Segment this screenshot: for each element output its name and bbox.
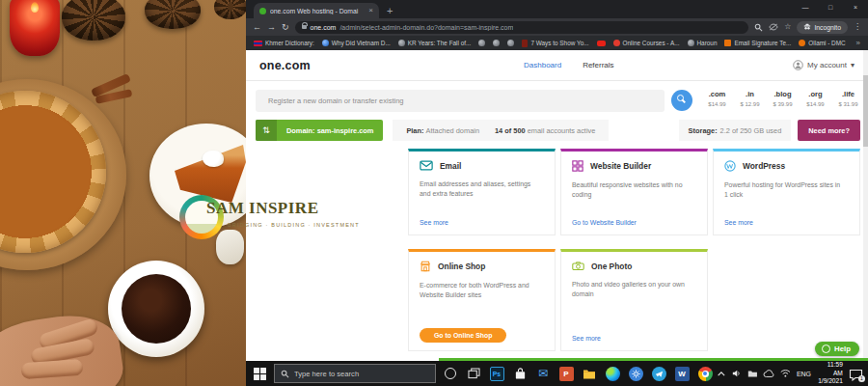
chrome-app[interactable] (693, 361, 717, 386)
tab-close-icon[interactable]: × (368, 7, 373, 14)
wordpress-icon (724, 160, 736, 172)
taskbar-search-input[interactable] (294, 370, 420, 378)
menu-kebab-icon[interactable]: ⋮ (854, 23, 861, 31)
my-account-menu[interactable]: My account ▾ (793, 60, 854, 70)
settings-app[interactable] (624, 361, 647, 386)
card-online-shop[interactable]: Online Shop E-commerce for both WordPres… (408, 249, 556, 351)
taskbar-clock[interactable]: 11:59 AM 1/9/2021 (817, 361, 843, 386)
edge-app[interactable] (601, 361, 624, 386)
reload-button[interactable]: ↻ (282, 23, 289, 32)
onecom-logo[interactable]: one.com (259, 59, 311, 72)
bookmark-item[interactable]: Why Did Vietnam D... (322, 40, 391, 46)
card-website-builder[interactable]: Website Builder Beautiful responsive web… (560, 149, 708, 235)
see-more-link[interactable]: See more (724, 219, 753, 226)
network-wifi-icon[interactable] (780, 369, 791, 378)
need-more-button[interactable]: Need more? (798, 120, 860, 141)
bookmarks-overflow-icon[interactable]: » (856, 39, 860, 47)
search-icon[interactable] (754, 23, 763, 32)
bookmark-item[interactable]: Haroun (688, 40, 718, 46)
card-description: Photo and video galleries on your own do… (572, 280, 696, 298)
system-tray: ENG 11:59 AM 1/9/2021 1 (717, 361, 868, 386)
help-button[interactable]: Help (815, 342, 859, 356)
task-view-button[interactable] (462, 361, 485, 386)
mail-app[interactable]: ✉ (531, 361, 555, 386)
empty-card-slot (713, 249, 860, 351)
tld-item[interactable]: .org$14.99 (803, 90, 827, 108)
bookmark-item[interactable] (493, 40, 500, 46)
bookmark-item[interactable]: Online Courses - A... (613, 40, 680, 46)
back-button[interactable]: ← (253, 23, 261, 32)
tld-item[interactable]: .life$ 31.99 (836, 90, 860, 108)
orange-square-icon (724, 40, 731, 46)
green-accent-line (439, 358, 868, 361)
address-bar[interactable]: one.com /admin/select-admin-domain.do?do… (295, 21, 749, 34)
powerpoint-app[interactable]: P (555, 361, 578, 386)
bookmark-item[interactable]: Email Signature Te... (724, 40, 791, 46)
incognito-badge: Incognito (797, 21, 848, 34)
start-button[interactable] (248, 361, 271, 386)
tab-title: one.com Web hosting - Domai (270, 8, 365, 14)
tld-item[interactable]: .blog$ 39.99 (771, 90, 795, 108)
domain-search-button[interactable] (671, 90, 692, 111)
orange-circle-icon (799, 40, 805, 46)
bookmark-item[interactable]: Khmer Dictionary: (254, 40, 314, 46)
telegram-app[interactable] (647, 361, 670, 386)
globe-icon (493, 40, 500, 46)
card-description: E-commerce for both WordPress and Websit… (420, 281, 544, 299)
tld-item[interactable]: .in$ 12.99 (738, 90, 762, 108)
tld-item[interactable]: .com$14.99 (705, 90, 729, 108)
word-app[interactable]: W (670, 361, 693, 386)
globe-icon (478, 40, 485, 46)
card-description: Powerful hosting for WordPress sites in … (724, 180, 849, 199)
tray-chevron-icon[interactable] (717, 371, 726, 377)
folder-tray-icon[interactable] (747, 370, 758, 378)
card-title: WordPress (743, 161, 785, 171)
bookmark-star-icon[interactable]: ☆ (784, 23, 791, 31)
new-tab-button[interactable]: + (387, 6, 393, 16)
nav-dashboard[interactable]: Dashboard (524, 61, 561, 69)
eye-off-icon[interactable] (769, 23, 778, 31)
forward-button[interactable]: → (267, 23, 276, 32)
card-one-photo[interactable]: One Photo Photo and video galleries on y… (560, 249, 708, 351)
minimize-button[interactable]: — (793, 0, 818, 14)
see-more-link[interactable]: See more (420, 219, 448, 226)
scrollbar-thumb[interactable] (863, 75, 868, 147)
card-title: One Photo (591, 262, 632, 271)
nav-referrals[interactable]: Referrals (583, 61, 613, 69)
maximize-button[interactable]: □ (818, 0, 843, 14)
close-button[interactable]: × (843, 0, 868, 14)
url-domain: one.com (311, 24, 337, 31)
globe-blue-icon (322, 40, 329, 46)
card-email[interactable]: Email Email addresses and aliases, setti… (408, 149, 556, 235)
bookmark-item[interactable] (597, 41, 606, 46)
notification-center-button[interactable]: 1 (849, 368, 863, 380)
see-more-link[interactable]: See more (572, 335, 601, 342)
go-to-online-shop-button[interactable]: Go to Online Shop (420, 328, 506, 343)
domain-search-input[interactable] (256, 90, 665, 112)
photoshop-app[interactable]: Ps (485, 361, 508, 386)
task-view-icon (468, 368, 480, 379)
bookmark-item[interactable]: 7 Ways to Show Yo... (522, 40, 588, 47)
cortana-button[interactable] (439, 361, 462, 386)
page-scrollbar[interactable] (863, 50, 868, 361)
file-explorer-app[interactable] (578, 361, 601, 386)
onedrive-cloud-icon[interactable] (763, 370, 774, 378)
bookmark-item[interactable] (478, 40, 485, 46)
domain-selector[interactable]: ⇅ Domain: sam-inspire.com (256, 120, 383, 141)
bookmark-item[interactable]: KR Years: The Fall of... (398, 40, 472, 46)
go-to-website-builder-link[interactable]: Go to Website Builder (572, 219, 637, 226)
envelope-icon (420, 160, 433, 171)
store-app[interactable] (508, 361, 531, 386)
bookmark-item[interactable]: Ollami - DMC (799, 40, 845, 46)
card-wordpress[interactable]: WordPress Powerful hosting for WordPress… (713, 149, 860, 235)
candle-flame (31, 2, 39, 13)
coffee-surface (122, 274, 191, 344)
bookmark-item[interactable] (507, 40, 514, 46)
taskbar-search[interactable] (274, 364, 436, 383)
language-indicator[interactable]: ENG (797, 371, 811, 377)
site-nav: Dashboard Referrals (524, 61, 614, 69)
domain-swap-icon[interactable]: ⇅ (256, 120, 277, 141)
window-controls: — □ × (793, 0, 868, 14)
browser-tab[interactable]: one.com Web hosting - Domai × (254, 3, 379, 18)
speaker-icon[interactable] (732, 369, 742, 378)
